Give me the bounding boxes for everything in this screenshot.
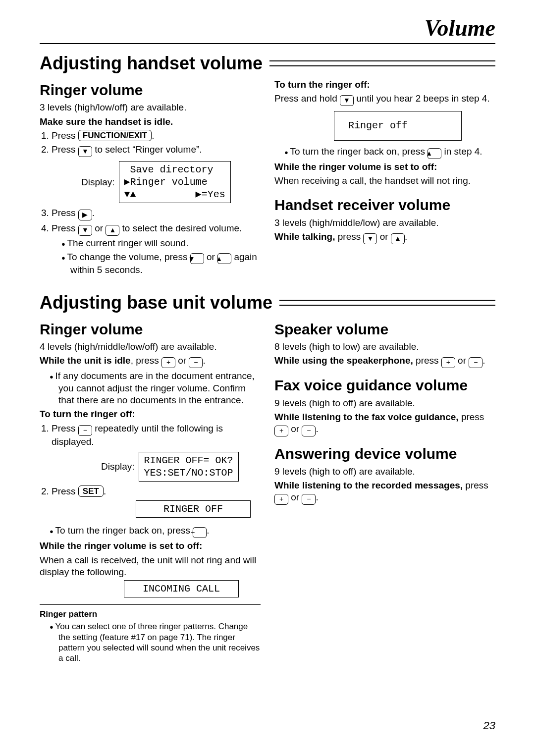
section-title-text: Adjusting handset volume	[40, 53, 263, 74]
two-column-layout: Ringer volume 4 levels (high/middle/low/…	[40, 316, 495, 665]
idle-note: Make sure the handset is idle.	[40, 116, 261, 128]
subheading-ringer: Ringer volume	[40, 320, 261, 339]
heading-rule	[279, 300, 495, 306]
lcd-display-row: Display: Save directory ▶Ringer volume ▼…	[81, 161, 261, 203]
lcd-display-row: Display: RINGER OFF= OK? YES:SET/NO:STOP	[101, 452, 261, 482]
right-column: Speaker volume 8 levels (high to low) ar…	[274, 316, 495, 665]
down-key: ▼	[340, 95, 354, 106]
ans-intro: 9 levels (high to off) are available.	[274, 466, 495, 478]
down-key: ▼	[78, 225, 92, 236]
bullet-list: If any documents are in the document ent…	[40, 370, 261, 406]
footnote: Ringer pattern You can select one of thr…	[40, 609, 261, 663]
bullet: To change the volume, press ▼ or ▲ again…	[61, 251, 261, 276]
plus-key: +	[193, 527, 207, 538]
page-number: 23	[40, 719, 495, 732]
right-column: To turn the ringer off: Press and hold ▼…	[274, 77, 495, 278]
fax-instruction: While listening to the fax voice guidanc…	[274, 411, 495, 436]
bullet: If any documents are in the document ent…	[50, 370, 261, 406]
while-off-text: When a call is received, the unit will n…	[40, 554, 261, 579]
up-key: ▲	[428, 148, 441, 159]
footnote-heading: Ringer pattern	[40, 609, 261, 619]
ringer-off-text: Press and hold ▼ until you hear 2 beeps …	[274, 93, 495, 106]
minus-key: −	[78, 425, 92, 436]
bullet-list: To turn the ringer back on, press +.	[40, 525, 261, 538]
while-off-heading: While the ringer volume is set to off:	[274, 161, 495, 173]
minus-key: −	[189, 357, 203, 368]
subheading-answering: Answering device volume	[274, 444, 495, 463]
plus-key: +	[441, 357, 455, 368]
subheading-receiver: Handset receiver volume	[274, 196, 495, 215]
idle-instruction: While the unit is idle, press + or −.	[40, 355, 261, 368]
down-key: ▼	[190, 253, 204, 264]
step-1: Press − repeatedly until the following i…	[52, 423, 261, 482]
display-label: Display:	[81, 176, 115, 188]
ans-instruction: While listening to the recorded messages…	[274, 480, 495, 505]
left-column: Ringer volume 4 levels (high/middle/low/…	[40, 316, 261, 665]
subheading-fax: Fax voice guidance volume	[274, 376, 495, 395]
sub-bullets: The current ringer will sound. To change…	[52, 237, 261, 276]
step-4: Press ▼ or ▲ to select the desired volum…	[52, 222, 261, 276]
while-off-heading: While the ringer volume is set to off:	[40, 540, 261, 552]
chapter-title: Volume	[40, 15, 495, 44]
intro-text: 4 levels (high/middle/low/off) are avail…	[40, 341, 261, 353]
step-2: Press ▼ to select “Ringer volume”. Displ…	[52, 144, 261, 203]
lcd-display: INCOMING CALL	[124, 580, 239, 597]
plus-key: +	[161, 357, 175, 368]
fax-intro: 9 levels (high to off) are available.	[274, 397, 495, 409]
up-key: ▲	[217, 253, 231, 264]
divider	[40, 604, 261, 605]
bullet-list: To turn the ringer back on, press ▲ in s…	[274, 146, 495, 159]
two-column-layout: Ringer volume 3 levels (high/low/off) ar…	[40, 77, 495, 278]
section-heading: Adjusting base unit volume	[40, 292, 495, 313]
play-key: ▶	[78, 210, 92, 220]
lcd-display: RINGER OFF= OK? YES:SET/NO:STOP	[139, 452, 239, 482]
ringer-off-heading: To turn the ringer off:	[40, 408, 261, 420]
function-exit-key: FUNCTION/EXIT	[78, 130, 152, 141]
step-2: Press SET. RINGER OFF	[52, 486, 261, 518]
heading-rule	[269, 60, 495, 66]
minus-key: −	[302, 494, 316, 505]
minus-key: −	[302, 426, 316, 436]
up-key: ▲	[391, 233, 405, 244]
minus-key: −	[469, 357, 482, 368]
subheading-ringer: Ringer volume	[40, 81, 261, 100]
bullet: You can select one of three ringer patte…	[50, 621, 261, 663]
lcd-display: Save directory ▶Ringer volume ▼▲ ▶=Yes	[119, 161, 231, 203]
section-title-text: Adjusting base unit volume	[40, 292, 272, 313]
speaker-instruction: While using the speakerphone, press + or…	[274, 355, 495, 368]
bullet: To turn the ringer back on, press ▲ in s…	[284, 146, 495, 159]
display-label: Display:	[101, 461, 135, 473]
receiver-intro: 3 levels (high/middle/low) are available…	[274, 217, 495, 229]
lcd-display: RINGER OFF	[136, 500, 251, 518]
bullet-list: You can select one of three ringer patte…	[40, 621, 261, 663]
section-heading: Adjusting handset volume	[40, 53, 495, 74]
step-1: Press FUNCTION/EXIT.	[52, 130, 261, 142]
set-key: SET	[78, 486, 104, 497]
bullet: To turn the ringer back on, press +.	[50, 525, 261, 538]
down-key: ▼	[363, 233, 377, 244]
receiver-instruction: While talking, press ▼ or ▲.	[274, 231, 495, 244]
bullet: The current ringer will sound.	[61, 237, 261, 249]
subheading-speaker: Speaker volume	[274, 320, 495, 339]
left-column: Ringer volume 3 levels (high/low/off) ar…	[40, 77, 261, 278]
step-list: Press FUNCTION/EXIT. Press ▼ to select “…	[40, 130, 261, 276]
while-off-text: When receiving a call, the handset will …	[274, 175, 495, 187]
speaker-intro: 8 levels (high to low) are available.	[274, 341, 495, 353]
up-key: ▲	[106, 225, 119, 236]
down-key: ▼	[78, 146, 92, 157]
plus-key: +	[274, 426, 288, 436]
plus-key: +	[274, 494, 288, 505]
intro-text: 3 levels (high/low/off) are available.	[40, 102, 261, 113]
step-3: Press ▶.	[52, 207, 261, 220]
ringer-off-heading: To turn the ringer off:	[274, 79, 495, 91]
step-list: Press − repeatedly until the following i…	[40, 423, 261, 518]
manual-page: Volume Adjusting handset volume Ringer v…	[0, 0, 535, 752]
lcd-display: Ringer off	[334, 111, 462, 141]
